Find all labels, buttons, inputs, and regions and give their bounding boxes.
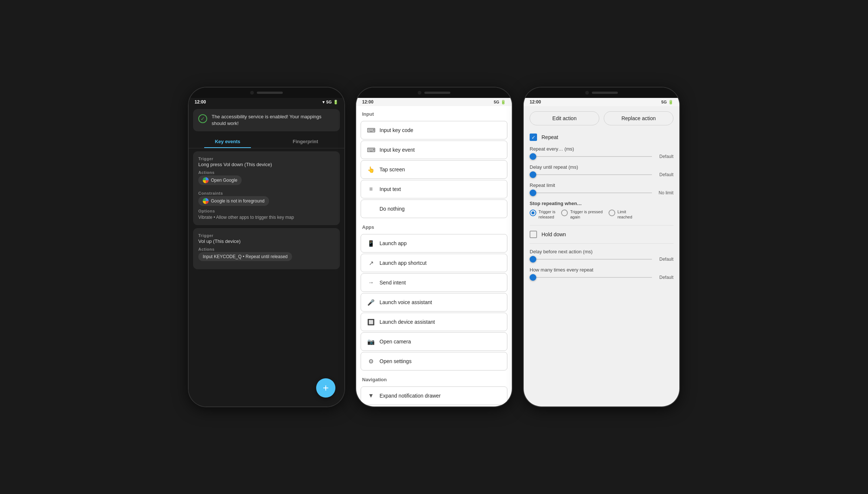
tap-screen-item[interactable]: 👆 Tap screen — [361, 160, 507, 179]
repeat-label: Repeat — [541, 134, 558, 140]
launch-app-shortcut-item[interactable]: ↗ Launch app shortcut — [361, 254, 507, 272]
edit-action-button[interactable]: Edit action — [530, 111, 599, 125]
phone-1-top — [189, 88, 344, 98]
tap-screen-label: Tap screen — [380, 167, 405, 172]
expand-notification-item[interactable]: ▼ Expand notification drawer — [361, 386, 507, 405]
key-event-icon: ⌨ — [367, 146, 375, 154]
input-key-code-label: Input key code — [380, 127, 413, 133]
launch-voice-assistant-item[interactable]: 🎤 Launch voice assistant — [361, 293, 507, 312]
radio-inner-1 — [531, 211, 534, 214]
action-list: Input ⌨ Input key code ⌨ Input key event… — [356, 106, 512, 406]
delay-next-thumb[interactable] — [530, 256, 536, 263]
divider-2 — [530, 243, 673, 244]
actions-label-1: Actions — [198, 170, 335, 175]
repeat-every-thumb[interactable] — [530, 153, 536, 160]
trigger-label-2: Trigger — [198, 233, 335, 238]
radio-trigger-again[interactable]: Trigger is pressedagain — [561, 209, 603, 220]
fab-icon: + — [323, 382, 329, 394]
delay-next-track: Default — [530, 257, 673, 262]
constraint-chip-1[interactable]: Google is not in foreground — [198, 196, 269, 206]
phone-2-top — [356, 88, 512, 98]
action-chip-2[interactable]: Input KEYCODE_Q • Repeat until released — [198, 252, 292, 261]
repeat-every-bar[interactable] — [530, 156, 652, 157]
input-key-code-item[interactable]: ⌨ Input key code — [361, 121, 507, 139]
phone-3-screen: 12:00 5G 🔋 Edit action Replace action ✓ … — [524, 98, 679, 406]
input-text-item[interactable]: ≡ Input text — [361, 180, 507, 198]
do-nothing-label: Do nothing — [380, 206, 405, 212]
voice-assistant-icon: 🎤 — [367, 298, 375, 306]
repeat-checkbox[interactable]: ✓ — [530, 134, 537, 141]
radio-label-3: Limitreached — [617, 209, 632, 220]
do-nothing-icon — [367, 205, 375, 213]
open-settings-item[interactable]: ⚙ Open settings — [361, 352, 507, 370]
how-many-track: Default — [530, 275, 673, 280]
device-assistant-icon: 🔲 — [367, 318, 375, 326]
tab-fingerprint[interactable]: Fingerprint — [266, 134, 344, 148]
delay-next-row: Delay before next action (ms) Default — [530, 249, 673, 262]
trigger-value-1: Long press Vol down (This device) — [198, 162, 335, 167]
repeat-every-row: Repeat every… (ms) Default — [530, 146, 673, 159]
notification-text: The accessibility service is enabled! Yo… — [212, 113, 335, 127]
launch-app-shortcut-label: Launch app shortcut — [380, 260, 427, 266]
status-bar-3: 12:00 5G 🔋 — [524, 98, 679, 106]
radio-group: Trigger isreleased Trigger is pressedaga… — [530, 209, 673, 220]
hold-down-checkbox[interactable] — [530, 231, 537, 238]
radio-limit-reached[interactable]: Limitreached — [609, 209, 632, 220]
key-code-icon: ⌨ — [367, 126, 375, 134]
delay-until-bar[interactable] — [530, 174, 652, 175]
mappings-list: Trigger Long press Vol down (This device… — [189, 148, 344, 406]
camera-icon: 📷 — [367, 337, 375, 346]
how-many-value: Default — [655, 275, 673, 280]
open-camera-item[interactable]: 📷 Open camera — [361, 332, 507, 351]
settings-panel: ✓ Repeat Repeat every… (ms) Default Del — [524, 131, 679, 283]
delay-until-thumb[interactable] — [530, 171, 536, 178]
how-many-bar[interactable] — [530, 277, 652, 278]
input-key-event-item[interactable]: ⌨ Input key event — [361, 141, 507, 159]
action-buttons-row: Edit action Replace action — [524, 106, 679, 131]
launch-device-assistant-item[interactable]: 🔲 Launch device assistant — [361, 313, 507, 331]
replace-action-button[interactable]: Replace action — [604, 111, 673, 125]
signal-2: 5G — [494, 100, 499, 104]
radio-outer-1 — [530, 210, 536, 216]
send-intent-icon: → — [367, 279, 375, 287]
signal-1: 5G — [326, 100, 332, 104]
delay-next-bar[interactable] — [530, 259, 652, 260]
battery-icon-3: 🔋 — [668, 100, 673, 105]
fab-add-button[interactable]: + — [316, 378, 335, 398]
signal-3: 5G — [661, 100, 667, 104]
stop-repeating-section: Stop repeating when… Trigger isreleased … — [530, 201, 673, 220]
send-intent-item[interactable]: → Send intent — [361, 273, 507, 292]
check-icon: ✓ — [198, 114, 207, 123]
repeat-every-value: Default — [655, 154, 673, 159]
status-icons-1: ▾ 5G 🔋 — [322, 100, 338, 105]
repeat-every-track: Default — [530, 154, 673, 159]
phone-1: 12:00 ▾ 5G 🔋 ✓ The accessibility service… — [189, 88, 344, 406]
options-label-1: Options — [198, 209, 335, 213]
wifi-icon: ▾ — [322, 100, 325, 105]
repeat-limit-track: No limit — [530, 190, 673, 195]
repeat-limit-thumb[interactable] — [530, 190, 536, 196]
how-many-thumb[interactable] — [530, 274, 536, 281]
do-nothing-item[interactable]: Do nothing — [361, 200, 507, 218]
mapping-card-2[interactable]: Trigger Vol up (This device) Actions Inp… — [193, 228, 340, 269]
repeat-limit-bar[interactable] — [530, 192, 652, 193]
phone-1-screen: 12:00 ▾ 5G 🔋 ✓ The accessibility service… — [189, 98, 344, 406]
status-icons-2: 5G 🔋 — [494, 100, 506, 105]
radio-trigger-released[interactable]: Trigger isreleased — [530, 209, 555, 220]
action-chip-1[interactable]: Open Google — [198, 175, 242, 185]
tab-key-events[interactable]: Key events — [189, 134, 266, 148]
launch-app-item[interactable]: 📱 Launch app — [361, 234, 507, 253]
hold-down-label: Hold down — [541, 231, 566, 237]
delay-until-row: Delay until repeat (ms) Default — [530, 164, 673, 177]
launch-app-icon: 📱 — [367, 239, 375, 247]
launch-voice-assistant-label: Launch voice assistant — [380, 299, 432, 305]
speaker-icon-3 — [592, 92, 618, 94]
how-many-label: How many times every repeat — [530, 267, 673, 273]
radio-label-2: Trigger is pressedagain — [570, 209, 603, 220]
delay-until-value: Default — [655, 172, 673, 177]
constraint-text-1: Google is not in foreground — [211, 198, 265, 204]
mapping-card-1[interactable]: Trigger Long press Vol down (This device… — [193, 151, 340, 225]
section-input: Input — [356, 106, 512, 120]
battery-icon-1: 🔋 — [333, 100, 338, 105]
tabs-bar: Key events Fingerprint — [189, 134, 344, 148]
